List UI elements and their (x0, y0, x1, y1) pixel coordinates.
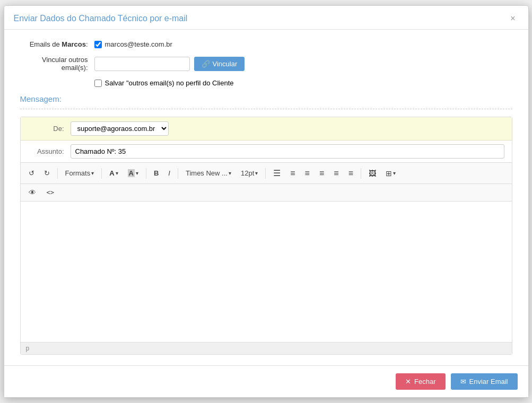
highlight-label: A (128, 169, 135, 177)
undo-button[interactable]: ↺ (25, 167, 38, 179)
close-icon[interactable]: × (507, 13, 518, 24)
font-family-label: Times New ... (186, 169, 228, 177)
font-color-button[interactable]: A ▾ (106, 167, 121, 179)
vincular-label: Vincular outrosemail(s): (20, 56, 94, 72)
source-button[interactable]: <> (43, 187, 58, 198)
chevron-down-icon5: ▾ (255, 170, 258, 176)
editor-area[interactable] (21, 202, 512, 342)
email-compose: De: suporte@agoraos.com.br Assunto: ↺ ↻ … (20, 117, 512, 355)
vincular-button[interactable]: 🔗 Vincular (194, 57, 245, 71)
chevron-down-icon4: ▾ (229, 170, 231, 176)
toolbar-row1: ↺ ↻ Formats ▾ A ▾ A ▾ B (21, 163, 512, 184)
emails-checkbox-wrap: marcos@teste.com.br (94, 40, 172, 48)
toolbar-row2: 👁 <> (21, 184, 512, 202)
separator4 (178, 168, 178, 179)
code-icon: <> (47, 189, 54, 196)
bold-button[interactable]: B (150, 167, 162, 179)
outdent-button[interactable]: ≡ (330, 167, 342, 180)
italic-button[interactable]: I (164, 167, 174, 179)
salvar-checkbox[interactable] (94, 80, 102, 87)
separator2 (101, 168, 102, 179)
vincular-input[interactable] (94, 57, 190, 71)
modal-container: Enviar Dados do Chamado Técnico por e-ma… (4, 5, 529, 398)
status-bar: p (21, 342, 512, 354)
enviar-email-button[interactable]: ✉ Enviar Email (451, 373, 518, 390)
chevron-down-icon2: ▾ (116, 170, 118, 176)
highlight-button[interactable]: A ▾ (124, 167, 142, 179)
bold-label: B (154, 169, 159, 177)
mensagem-title: Mensagem: (20, 94, 512, 103)
vincular-controls: 🔗 Vincular (94, 57, 245, 71)
status-text: p (26, 345, 30, 352)
envelope-icon: ✉ (460, 378, 466, 386)
italic-label: I (168, 169, 170, 177)
emails-row: Emails de Marcos: marcos@teste.com.br (20, 40, 512, 48)
font-size-label: 12pt (241, 169, 254, 177)
assunto-input[interactable] (71, 144, 504, 159)
separator5 (265, 168, 266, 179)
salvar-row: Salvar "outros email(s) no perfil do Cli… (94, 79, 512, 87)
chevron-down-icon3: ▾ (136, 170, 138, 176)
font-color-label: A (109, 169, 114, 177)
align-left-button[interactable]: ☰ (269, 166, 284, 180)
divider (20, 109, 512, 109)
x-icon: ✕ (405, 378, 411, 386)
chevron-down-icon: ▾ (91, 170, 94, 176)
font-size-dropdown[interactable]: 12pt ▾ (237, 167, 261, 179)
de-label: De: (28, 125, 71, 133)
separator6 (361, 168, 361, 179)
email-value: marcos@teste.com.br (105, 40, 172, 48)
vincular-row: Vincular outrosemail(s): 🔗 Vincular (20, 56, 512, 72)
modal-title: Enviar Dados do Chamado Técnico por e-ma… (14, 14, 188, 23)
assunto-row: Assunto: (21, 141, 512, 163)
align-justify-button[interactable]: ≡ (316, 167, 328, 180)
insert-image-button[interactable]: 🖼 (365, 167, 380, 180)
salvar-label: Salvar "outros email(s) no perfil do Cli… (105, 79, 234, 87)
indent-button[interactable]: ≡ (345, 167, 357, 180)
formats-dropdown[interactable]: Formats ▾ (62, 167, 98, 179)
align-right-button[interactable]: ≡ (301, 167, 313, 180)
assunto-label: Assunto: (28, 147, 71, 155)
mensagem-section: Mensagem: (20, 94, 512, 117)
chevron-down-icon6: ▾ (393, 170, 396, 176)
de-row: De: suporte@agoraos.com.br (21, 117, 512, 141)
link-icon: 🔗 (202, 60, 210, 68)
redo-button[interactable]: ↻ (40, 167, 54, 179)
eye-icon: 👁 (29, 188, 36, 197)
formats-label: Formats (65, 169, 91, 177)
separator3 (146, 168, 146, 179)
table-icon: ⊞ (386, 169, 392, 178)
insert-table-button[interactable]: ⊞ ▾ (382, 167, 399, 180)
fechar-button[interactable]: ✕ Fechar (396, 373, 445, 390)
email-checkbox[interactable] (94, 41, 102, 48)
separator1 (57, 168, 58, 179)
preview-button[interactable]: 👁 (25, 186, 40, 199)
modal-header: Enviar Dados do Chamado Técnico por e-ma… (4, 6, 528, 30)
modal-body: Emails de Marcos: marcos@teste.com.br Vi… (4, 30, 528, 365)
de-select[interactable]: suporte@agoraos.com.br (71, 121, 169, 136)
align-center-button[interactable]: ≡ (286, 167, 299, 180)
modal-footer: ✕ Fechar ✉ Enviar Email (4, 365, 528, 397)
image-icon: 🖼 (369, 169, 376, 178)
emails-label: Emails de Marcos: (20, 40, 94, 48)
font-family-dropdown[interactable]: Times New ... ▾ (182, 167, 235, 179)
